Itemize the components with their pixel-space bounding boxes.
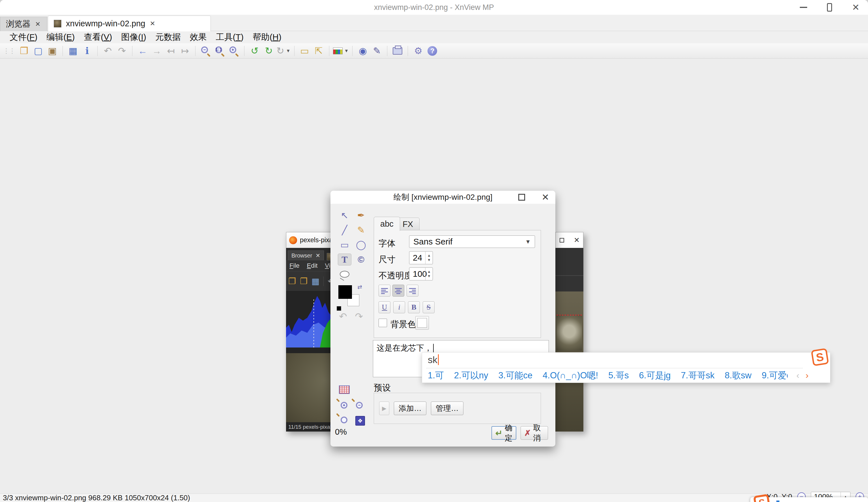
capture-button[interactable]: ◉ bbox=[356, 44, 369, 58]
dialog-undo-icon[interactable]: ↶ bbox=[339, 311, 347, 322]
crop-button[interactable]: ▭ bbox=[298, 44, 311, 58]
color-picker-tool[interactable]: ✒ bbox=[354, 209, 368, 221]
adjust-colors-button[interactable]: ▼ bbox=[333, 44, 349, 58]
ime-candidate-8[interactable]: 8.歌sw bbox=[725, 370, 752, 381]
bold-button[interactable]: B bbox=[408, 301, 420, 313]
zoom-in-button[interactable]: + bbox=[227, 44, 240, 58]
text-tool[interactable]: T bbox=[338, 254, 351, 265]
transform-button[interactable]: ↻▼ bbox=[276, 44, 291, 58]
menu-文件[interactable]: 文件(F) bbox=[5, 31, 42, 43]
menu-图像[interactable]: 图像(I) bbox=[116, 31, 151, 43]
save-button[interactable]: ▦ bbox=[66, 44, 80, 58]
menu-帮助[interactable]: 帮助(H) bbox=[248, 31, 286, 43]
previous-image-button[interactable]: ← bbox=[136, 44, 149, 58]
ime-candidate-5[interactable]: 5.哥s bbox=[608, 370, 629, 381]
next-image-button[interactable]: → bbox=[150, 44, 163, 58]
minimize-icon[interactable] bbox=[800, 7, 807, 8]
select-tool[interactable]: ↖ bbox=[338, 209, 351, 221]
sogou-tool-icon-6[interactable]: ● bbox=[844, 501, 849, 502]
preset-manage-button[interactable]: 管理… bbox=[431, 401, 463, 415]
dialog-maximize-icon[interactable] bbox=[518, 194, 525, 201]
sogou-tool-icon-3[interactable]: ▢ bbox=[803, 501, 811, 502]
slideshow-button[interactable]: ▣ bbox=[46, 44, 59, 58]
fullscreen-button[interactable]: ▢ bbox=[32, 44, 45, 58]
menu-编辑[interactable]: 编辑(E) bbox=[42, 31, 79, 43]
ime-prev-page-icon[interactable]: ‹ bbox=[796, 370, 799, 381]
menu-效果[interactable]: 效果 bbox=[185, 31, 211, 43]
preset-apply-button[interactable]: ▶ bbox=[379, 401, 389, 415]
undo-button[interactable]: ↶ bbox=[101, 44, 114, 58]
tab-browser[interactable]: 浏览器 ✕ bbox=[0, 17, 47, 31]
close-icon[interactable]: ✕ bbox=[852, 3, 859, 12]
menu-元数据[interactable]: 元数据 bbox=[151, 31, 185, 43]
spin-up-icon[interactable]: ▲ bbox=[427, 253, 431, 258]
font-select[interactable]: Sans Serif ▼ bbox=[409, 235, 535, 248]
size-spinner[interactable]: 24 ▲▼ bbox=[409, 251, 433, 264]
align-right-button[interactable] bbox=[406, 285, 418, 297]
cancel-button[interactable]: ✗ 取消 bbox=[520, 426, 548, 440]
zoom-out-button[interactable]: − bbox=[199, 44, 212, 58]
menu-工具[interactable]: 工具(T) bbox=[211, 31, 248, 43]
zoom-one-to-one-button[interactable]: 1:1 bbox=[213, 44, 226, 58]
dialog-tab-abc[interactable]: abc bbox=[374, 217, 400, 231]
ime-candidate-2[interactable]: 2.可以ny bbox=[454, 370, 488, 381]
ellipse-tool[interactable]: ◯ bbox=[354, 239, 368, 251]
sogou-tool-icon-1[interactable]: ▌ bbox=[776, 501, 782, 502]
browser-button[interactable]: ❐ bbox=[18, 44, 31, 58]
color-swatches[interactable]: ⇄ bbox=[338, 285, 361, 307]
sogou-tool-icon-5[interactable]: ◔ bbox=[833, 501, 837, 502]
pencil-tool[interactable]: ✎ bbox=[354, 224, 368, 236]
maximize-icon[interactable] bbox=[827, 3, 832, 12]
background-color-well[interactable] bbox=[415, 316, 429, 330]
preset-add-button[interactable]: 添加… bbox=[394, 401, 426, 415]
print-button[interactable] bbox=[391, 44, 404, 58]
ok-button[interactable]: ↵ 确定 bbox=[492, 426, 516, 440]
rectangle-tool[interactable]: ▭ bbox=[338, 239, 351, 251]
tab-image[interactable]: xnviewmp-win-02.png ✕ bbox=[48, 16, 211, 31]
dialog-close-icon[interactable]: ✕ bbox=[541, 193, 549, 202]
file-info-button[interactable]: ℹ bbox=[81, 44, 94, 58]
spin-up-icon[interactable]: ▲ bbox=[427, 269, 431, 274]
dialog-redo-icon[interactable]: ↷ bbox=[355, 311, 363, 322]
first-image-button[interactable]: ↤ bbox=[164, 44, 177, 58]
tab-close-icon[interactable]: ✕ bbox=[150, 20, 155, 28]
ime-candidate-9[interactable]: 9.可爱ep bbox=[762, 370, 788, 381]
ime-candidate-4[interactable]: 4.O(∩_∩)O嗯! bbox=[542, 370, 598, 381]
tab-close-icon[interactable]: ✕ bbox=[35, 20, 40, 28]
last-image-button[interactable]: ↦ bbox=[178, 44, 192, 58]
align-center-button[interactable] bbox=[392, 285, 404, 297]
rotate-left-button[interactable]: ↺ bbox=[248, 44, 261, 58]
ime-candidate-3[interactable]: 3.可能ce bbox=[498, 370, 533, 381]
background-color-checkbox[interactable] bbox=[379, 319, 387, 327]
resize-button[interactable]: ⇱ bbox=[312, 44, 326, 58]
draw-button[interactable]: ✎ bbox=[370, 44, 383, 58]
help-button[interactable]: ? bbox=[426, 44, 439, 58]
ime-candidate-1[interactable]: 1.可 bbox=[428, 370, 444, 381]
italic-button[interactable]: i bbox=[393, 301, 405, 313]
fit-to-window-icon[interactable]: ❖ bbox=[355, 416, 365, 426]
watermark-tool[interactable]: © bbox=[354, 254, 368, 265]
sogou-language-bar[interactable]: S ▌✎▢☰◔● bbox=[750, 497, 868, 502]
strikethrough-button[interactable]: S bbox=[423, 301, 435, 313]
ime-candidate-6[interactable]: 6.可是jg bbox=[639, 370, 671, 381]
spin-down-icon[interactable]: ▼ bbox=[427, 274, 431, 278]
grid-tool-icon[interactable] bbox=[339, 386, 350, 394]
image-canvas[interactable]: pexels-pixabay-235615.j Browser ✕ pexe F… bbox=[0, 59, 868, 493]
opacity-spinner[interactable]: 100 ▲▼ bbox=[409, 267, 433, 280]
foreground-color-swatch[interactable] bbox=[338, 285, 352, 299]
redo-button[interactable]: ↷ bbox=[115, 44, 128, 58]
menu-查看[interactable]: 查看(V) bbox=[79, 31, 116, 43]
swap-colors-icon[interactable]: ⇄ bbox=[357, 284, 362, 290]
sogou-tool-icon-4[interactable]: ☰ bbox=[818, 501, 826, 502]
sogou-logo-icon[interactable]: S bbox=[811, 348, 829, 366]
align-left-button[interactable] bbox=[379, 285, 391, 297]
rotate-right-button[interactable]: ↻ bbox=[262, 44, 275, 58]
speech-bubble-tool[interactable] bbox=[338, 268, 351, 280]
settings-button[interactable]: ⚙ bbox=[412, 44, 425, 58]
ime-next-page-icon[interactable]: › bbox=[805, 370, 809, 381]
line-tool[interactable]: ╱ bbox=[338, 224, 351, 236]
sogou-tool-icon-2[interactable]: ✎ bbox=[789, 501, 796, 502]
spin-down-icon[interactable]: ▼ bbox=[427, 258, 431, 262]
underline-button[interactable]: U bbox=[379, 301, 391, 313]
ime-candidate-7[interactable]: 7.哥哥sk bbox=[681, 370, 715, 381]
